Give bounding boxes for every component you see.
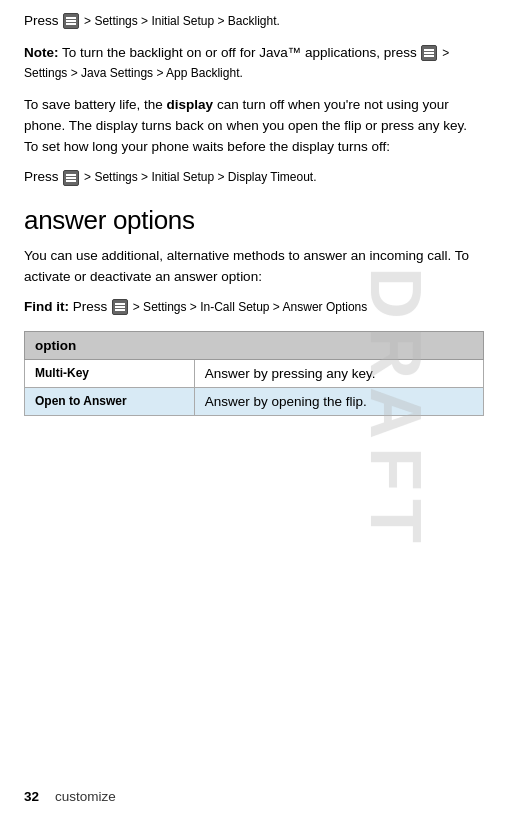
option-desc-2: Answer by opening the flip. (194, 387, 483, 415)
option-name-2: Open to Answer (25, 387, 195, 415)
page-footer: 32 customize (24, 789, 484, 804)
press-line-2: Press > Settings > Initial Setup > Displ… (24, 168, 484, 187)
body-text-remainder: can turn off when you're not using your … (24, 97, 467, 154)
press-label-1: Press (24, 13, 59, 28)
body-text: To save battery life, the display can tu… (24, 95, 484, 158)
press-menu-path: > Settings > Initial Setup > Display Tim… (84, 170, 316, 184)
section-title: answer options (24, 205, 484, 236)
menu-icon-note (421, 45, 437, 61)
find-it-line: Find it: Press > Settings > In-Call Setu… (24, 298, 484, 317)
intro-press-line: Press > Settings > Initial Setup > Backl… (24, 12, 484, 31)
note-text: To turn the backlight on or off for Java… (62, 45, 417, 60)
page-number: 32 (24, 789, 39, 804)
table-row: Open to Answer Answer by opening the fli… (25, 387, 484, 415)
menu-icon-1 (63, 13, 79, 29)
find-menu-path: > Settings > In-Call Setup > Answer Opti… (133, 300, 367, 314)
table-header-cell: option (25, 331, 484, 359)
press-label-2: Press (24, 169, 59, 184)
intro-menu-path: > Settings > Initial Setup > Backlight. (84, 14, 280, 28)
note-block: Note: To turn the backlight on or off fo… (24, 43, 484, 84)
table-header-row: option (25, 331, 484, 359)
display-bold: display (167, 97, 214, 112)
section-description: You can use additional, alternative meth… (24, 246, 484, 288)
find-press-label: Press (73, 299, 111, 314)
footer-label: customize (55, 789, 116, 804)
note-label: Note: (24, 45, 59, 60)
option-desc-1: Answer by pressing any key. (194, 359, 483, 387)
option-name-1: Multi-Key (25, 359, 195, 387)
menu-icon-2 (63, 170, 79, 186)
menu-icon-3 (112, 299, 128, 315)
find-it-label: Find it: (24, 299, 69, 314)
page-container: Press > Settings > Initial Setup > Backl… (0, 0, 508, 476)
table-row: Multi-Key Answer by pressing any key. (25, 359, 484, 387)
options-table: option Multi-Key Answer by pressing any … (24, 331, 484, 416)
